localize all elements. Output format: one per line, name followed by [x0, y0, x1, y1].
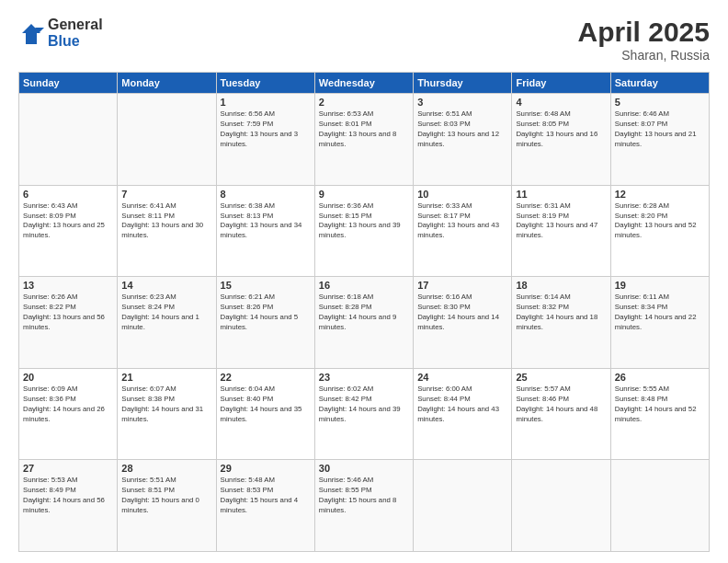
day-number: 23 [319, 372, 409, 383]
calendar-cell: 13Sunrise: 6:26 AM Sunset: 8:22 PM Dayli… [19, 277, 118, 369]
day-number: 20 [23, 372, 113, 383]
calendar-cell [414, 460, 512, 552]
day-number: 27 [23, 463, 113, 474]
day-number: 16 [319, 280, 409, 291]
week-row-2: 6Sunrise: 6:43 AM Sunset: 8:09 PM Daylig… [19, 185, 710, 277]
calendar-cell: 12Sunrise: 6:28 AM Sunset: 8:20 PM Dayli… [610, 185, 709, 277]
day-number: 29 [221, 463, 311, 474]
day-info: Sunrise: 6:26 AM Sunset: 8:22 PM Dayligh… [23, 293, 113, 333]
logo-icon [18, 20, 44, 46]
day-number: 24 [417, 372, 507, 383]
title-month: April 2025 [578, 17, 710, 48]
weekday-header-tuesday: Tuesday [216, 73, 314, 94]
day-number: 28 [121, 463, 211, 474]
calendar-cell: 25Sunrise: 5:57 AM Sunset: 8:46 PM Dayli… [512, 368, 610, 460]
calendar-table: SundayMondayTuesdayWednesdayThursdayFrid… [18, 72, 710, 552]
day-number: 11 [516, 189, 606, 200]
calendar-cell: 15Sunrise: 6:21 AM Sunset: 8:26 PM Dayli… [216, 277, 314, 369]
day-number: 25 [516, 372, 606, 383]
calendar-cell: 22Sunrise: 6:04 AM Sunset: 8:40 PM Dayli… [216, 368, 314, 460]
day-info: Sunrise: 6:14 AM Sunset: 8:32 PM Dayligh… [516, 293, 606, 333]
day-number: 21 [121, 372, 211, 383]
calendar-cell: 9Sunrise: 6:36 AM Sunset: 8:15 PM Daylig… [314, 185, 413, 277]
calendar-cell: 5Sunrise: 6:46 AM Sunset: 8:07 PM Daylig… [610, 94, 709, 186]
day-info: Sunrise: 6:31 AM Sunset: 8:19 PM Dayligh… [516, 201, 606, 242]
day-number: 13 [23, 280, 113, 291]
logo-blue: Blue [48, 33, 103, 50]
day-info: Sunrise: 6:48 AM Sunset: 8:05 PM Dayligh… [516, 109, 606, 150]
weekday-header-row: SundayMondayTuesdayWednesdayThursdayFrid… [19, 73, 710, 94]
day-info: Sunrise: 6:43 AM Sunset: 8:09 PM Dayligh… [23, 201, 113, 242]
calendar-cell: 27Sunrise: 5:53 AM Sunset: 8:49 PM Dayli… [19, 460, 118, 552]
calendar-cell: 18Sunrise: 6:14 AM Sunset: 8:32 PM Dayli… [512, 277, 610, 369]
logo-general: General [48, 17, 103, 33]
day-info: Sunrise: 5:48 AM Sunset: 8:53 PM Dayligh… [221, 476, 311, 516]
calendar-cell [118, 94, 216, 186]
calendar-cell: 1Sunrise: 6:56 AM Sunset: 7:59 PM Daylig… [216, 94, 314, 186]
calendar-cell: 19Sunrise: 6:11 AM Sunset: 8:34 PM Dayli… [610, 277, 709, 369]
day-number: 15 [221, 280, 311, 291]
day-info: Sunrise: 5:46 AM Sunset: 8:55 PM Dayligh… [319, 476, 409, 516]
calendar-cell: 4Sunrise: 6:48 AM Sunset: 8:05 PM Daylig… [512, 94, 610, 186]
day-number: 26 [615, 372, 705, 383]
weekday-header-saturday: Saturday [610, 73, 709, 94]
weekday-header-thursday: Thursday [414, 73, 512, 94]
calendar-cell: 29Sunrise: 5:48 AM Sunset: 8:53 PM Dayli… [216, 460, 314, 552]
day-number: 22 [221, 372, 311, 383]
svg-marker-1 [22, 24, 40, 44]
calendar-cell: 7Sunrise: 6:41 AM Sunset: 8:11 PM Daylig… [118, 185, 216, 277]
weekday-header-wednesday: Wednesday [314, 73, 413, 94]
calendar-cell: 26Sunrise: 5:55 AM Sunset: 8:48 PM Dayli… [610, 368, 709, 460]
calendar-cell: 11Sunrise: 6:31 AM Sunset: 8:19 PM Dayli… [512, 185, 610, 277]
calendar-cell: 30Sunrise: 5:46 AM Sunset: 8:55 PM Dayli… [314, 460, 413, 552]
week-row-5: 27Sunrise: 5:53 AM Sunset: 8:49 PM Dayli… [19, 460, 710, 552]
day-info: Sunrise: 6:16 AM Sunset: 8:30 PM Dayligh… [417, 293, 507, 333]
day-info: Sunrise: 6:41 AM Sunset: 8:11 PM Dayligh… [121, 201, 211, 242]
day-number: 5 [615, 97, 705, 108]
weekday-header-sunday: Sunday [19, 73, 118, 94]
calendar-cell: 24Sunrise: 6:00 AM Sunset: 8:44 PM Dayli… [414, 368, 512, 460]
day-info: Sunrise: 5:57 AM Sunset: 8:46 PM Dayligh… [516, 385, 606, 425]
logo: General Blue [18, 17, 103, 51]
week-row-4: 20Sunrise: 6:09 AM Sunset: 8:36 PM Dayli… [19, 368, 710, 460]
day-info: Sunrise: 6:11 AM Sunset: 8:34 PM Dayligh… [615, 293, 705, 333]
weekday-header-monday: Monday [118, 73, 216, 94]
calendar-cell: 6Sunrise: 6:43 AM Sunset: 8:09 PM Daylig… [19, 185, 118, 277]
day-info: Sunrise: 6:21 AM Sunset: 8:26 PM Dayligh… [221, 293, 311, 333]
day-number: 30 [319, 463, 409, 474]
calendar-cell: 21Sunrise: 6:07 AM Sunset: 8:38 PM Dayli… [118, 368, 216, 460]
day-number: 17 [417, 280, 507, 291]
day-info: Sunrise: 6:56 AM Sunset: 7:59 PM Dayligh… [221, 109, 311, 150]
day-info: Sunrise: 6:09 AM Sunset: 8:36 PM Dayligh… [23, 385, 113, 425]
day-info: Sunrise: 6:46 AM Sunset: 8:07 PM Dayligh… [615, 109, 705, 150]
calendar-cell: 16Sunrise: 6:18 AM Sunset: 8:28 PM Dayli… [314, 277, 413, 369]
day-number: 3 [417, 97, 507, 108]
day-number: 12 [615, 189, 705, 200]
day-info: Sunrise: 6:38 AM Sunset: 8:13 PM Dayligh… [221, 201, 311, 242]
page: General Blue April 2025 Sharan, Russia S… [0, 0, 728, 563]
day-number: 2 [319, 97, 409, 108]
day-info: Sunrise: 6:23 AM Sunset: 8:24 PM Dayligh… [121, 293, 211, 333]
calendar-cell: 28Sunrise: 5:51 AM Sunset: 8:51 PM Dayli… [118, 460, 216, 552]
title-location: Sharan, Russia [578, 48, 710, 63]
day-info: Sunrise: 5:51 AM Sunset: 8:51 PM Dayligh… [121, 476, 211, 516]
calendar-cell [19, 94, 118, 186]
day-info: Sunrise: 5:55 AM Sunset: 8:48 PM Dayligh… [615, 385, 705, 425]
day-number: 9 [319, 189, 409, 200]
day-number: 6 [23, 189, 113, 200]
calendar-cell: 2Sunrise: 6:53 AM Sunset: 8:01 PM Daylig… [314, 94, 413, 186]
day-number: 18 [516, 280, 606, 291]
day-info: Sunrise: 6:51 AM Sunset: 8:03 PM Dayligh… [417, 109, 507, 150]
day-number: 10 [417, 189, 507, 200]
calendar-cell: 23Sunrise: 6:02 AM Sunset: 8:42 PM Dayli… [314, 368, 413, 460]
calendar-cell: 17Sunrise: 6:16 AM Sunset: 8:30 PM Dayli… [414, 277, 512, 369]
week-row-1: 1Sunrise: 6:56 AM Sunset: 7:59 PM Daylig… [19, 94, 710, 186]
calendar-cell [610, 460, 709, 552]
day-info: Sunrise: 6:18 AM Sunset: 8:28 PM Dayligh… [319, 293, 409, 333]
calendar-cell [512, 460, 610, 552]
calendar-cell: 8Sunrise: 6:38 AM Sunset: 8:13 PM Daylig… [216, 185, 314, 277]
day-info: Sunrise: 5:53 AM Sunset: 8:49 PM Dayligh… [23, 476, 113, 516]
day-info: Sunrise: 6:36 AM Sunset: 8:15 PM Dayligh… [319, 201, 409, 242]
day-info: Sunrise: 6:33 AM Sunset: 8:17 PM Dayligh… [417, 201, 507, 242]
day-info: Sunrise: 6:07 AM Sunset: 8:38 PM Dayligh… [121, 385, 211, 425]
